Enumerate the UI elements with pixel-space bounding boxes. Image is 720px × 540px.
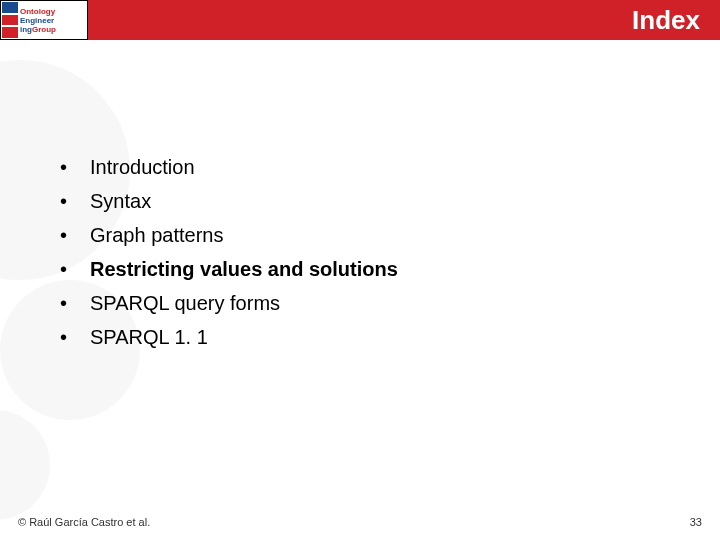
list-item: Syntax — [60, 184, 720, 218]
logo: Ontology Engineer ingGroup — [0, 0, 88, 40]
list-item: SPARQL 1. 1 — [60, 320, 720, 354]
list-item: Introduction — [60, 150, 720, 184]
logo-line3b: Group — [32, 25, 56, 34]
copyright-text: © Raúl García Castro et al. — [18, 516, 150, 528]
page-title: Index — [632, 5, 700, 36]
list-item-text: SPARQL query forms — [90, 286, 280, 320]
list-item-text: SPARQL 1. 1 — [90, 320, 208, 354]
logo-line1: Ontology — [20, 7, 55, 16]
logo-line3: ing — [20, 25, 32, 34]
index-list: Introduction Syntax Graph patterns Restr… — [60, 150, 720, 354]
list-item-text: Introduction — [90, 150, 195, 184]
page-number: 33 — [690, 516, 702, 528]
slide-footer: © Raúl García Castro et al. 33 — [0, 516, 720, 528]
logo-line2: Engineer — [20, 16, 54, 25]
list-item: Graph patterns — [60, 218, 720, 252]
list-item: Restricting values and solutions — [60, 252, 720, 286]
slide-content: Introduction Syntax Graph patterns Restr… — [0, 40, 720, 354]
list-item-text: Syntax — [90, 184, 151, 218]
list-item-text: Restricting values and solutions — [90, 252, 398, 286]
list-item: SPARQL query forms — [60, 286, 720, 320]
slide-header: Ontology Engineer ingGroup Index — [0, 0, 720, 40]
logo-icon — [2, 2, 18, 38]
logo-text: Ontology Engineer ingGroup — [20, 7, 56, 34]
header-bar: Index — [88, 0, 720, 40]
list-item-text: Graph patterns — [90, 218, 223, 252]
